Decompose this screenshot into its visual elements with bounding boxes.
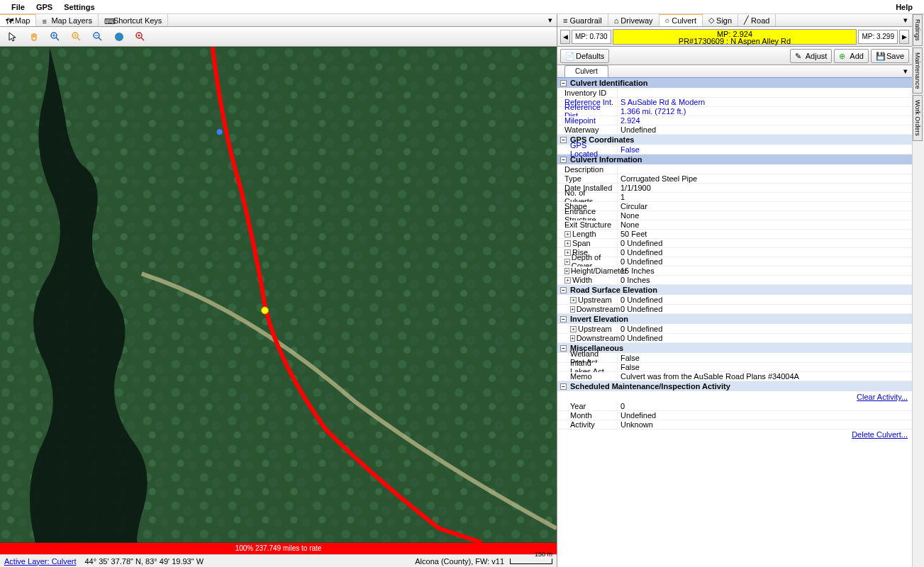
row-ref-dist[interactable]: Reference Dist.1.366 mi. (7212 ft.) — [557, 107, 912, 116]
row-length[interactable]: +Length50 Feet — [557, 230, 912, 239]
expand-icon[interactable]: + — [564, 240, 571, 247]
row-entrance[interactable]: Entrance StructureNone — [557, 211, 912, 220]
section-info[interactable]: −Culvert Information — [557, 155, 912, 165]
prop-value[interactable]: 2.924 — [618, 116, 912, 125]
prop-value[interactable]: Unknown — [618, 420, 912, 429]
section-inv[interactable]: −Invert Elevation — [557, 314, 912, 325]
defaults-button[interactable]: 📄Defaults — [560, 49, 609, 63]
prop-value[interactable]: 0 Undefined — [618, 296, 912, 304]
prop-value[interactable]: 0 Undefined — [618, 248, 912, 257]
row-inland[interactable]: Inland Lakes ActFalse — [557, 363, 912, 372]
prop-value[interactable]: S AuSable Rd & Modern — [618, 98, 912, 106]
row-memo[interactable]: MemoCulvert was from the AuSable Road Pl… — [557, 372, 912, 381]
expand-icon[interactable]: + — [570, 297, 577, 303]
mp-right[interactable]: MP: 3.299 — [858, 30, 898, 44]
prop-value[interactable] — [618, 165, 912, 174]
collapse-icon[interactable]: − — [560, 383, 567, 390]
zoom-selection-icon[interactable] — [132, 28, 149, 45]
mp-left[interactable]: MP: 0.730 — [572, 30, 611, 44]
menu-help[interactable]: Help — [890, 1, 918, 13]
prop-value[interactable]: Undefined — [618, 411, 912, 420]
prop-value[interactable]: 0 — [618, 402, 912, 410]
zoom-out-icon[interactable] — [89, 28, 106, 45]
collapse-icon[interactable]: − — [560, 345, 567, 352]
prop-value[interactable]: None — [618, 220, 912, 229]
menu-settings[interactable]: Settings — [58, 1, 100, 13]
prop-value[interactable]: 1.366 mi. (7212 ft.) — [618, 107, 912, 116]
tab-map[interactable]: 🗺Map — [0, 14, 36, 26]
prop-value[interactable]: 0 Undefined — [618, 325, 912, 333]
section-sched[interactable]: −Scheduled Maintenance/Inspection Activi… — [557, 381, 912, 392]
row-year[interactable]: Year0 — [557, 402, 912, 411]
row-milepoint[interactable]: Milepoint2.924 — [557, 116, 912, 125]
save-button[interactable]: 💾Save — [871, 49, 909, 63]
active-layer-link[interactable]: Active Layer: Culvert — [4, 557, 76, 566]
row-rse-down[interactable]: +Downstream0 Undefined — [557, 305, 912, 314]
prop-value[interactable]: 50 Feet — [618, 230, 912, 238]
pointer-icon[interactable] — [4, 28, 21, 45]
mp-center[interactable]: MP: 2.924 PR#1730609 : N Aspen Alley Rd — [613, 29, 857, 45]
expand-icon[interactable]: + — [564, 277, 571, 284]
tab-guardrail[interactable]: ≡Guardrail — [557, 14, 608, 26]
side-tab-work-orders[interactable]: Work Orders — [913, 95, 923, 141]
tab-driveway[interactable]: ⌂Driveway — [608, 14, 659, 26]
tab-road[interactable]: ╱Road — [738, 14, 776, 26]
collapse-icon[interactable]: − — [560, 287, 567, 293]
tab-sign[interactable]: ◇Sign — [703, 14, 738, 26]
prop-value[interactable]: False — [618, 145, 912, 154]
row-no-culverts[interactable]: No. of Culverts1 — [557, 193, 912, 202]
row-depth[interactable]: +Depth of Cover0 Undefined — [557, 257, 912, 266]
side-tab-ratings[interactable]: Ratings — [913, 14, 923, 46]
expand-icon[interactable]: + — [564, 259, 570, 265]
tabs-dropdown-icon[interactable]: ▾ — [544, 14, 557, 26]
pan-icon[interactable] — [26, 28, 43, 45]
row-height[interactable]: +Height/Diameter15 Inches — [557, 266, 912, 276]
zoom-in-fixed-icon[interactable] — [68, 28, 85, 45]
row-exit[interactable]: Exit StructureNone — [557, 220, 912, 230]
row-month[interactable]: MonthUndefined — [557, 411, 912, 420]
prop-value[interactable]: 15 Inches — [618, 266, 912, 275]
prop-value[interactable]: 1/1/1900 — [618, 184, 912, 192]
adjust-button[interactable]: ✎Adjust — [790, 49, 833, 63]
prop-value[interactable]: 0 Undefined — [618, 257, 912, 266]
expand-icon[interactable]: + — [570, 326, 577, 332]
tab-layers[interactable]: ≡Map Layers — [36, 14, 98, 26]
tab-culvert[interactable]: ○Culvert — [659, 14, 703, 26]
collapse-icon[interactable]: − — [560, 157, 567, 163]
side-tab-maintenance[interactable]: Maintenance — [913, 47, 923, 94]
tab-shortcuts[interactable]: ⌨Shortcut Keys — [99, 14, 168, 26]
delete-culvert-link[interactable]: Delete Culvert... — [852, 430, 908, 439]
expand-icon[interactable]: + — [564, 268, 569, 274]
row-width[interactable]: +Width0 Inches — [557, 276, 912, 285]
prop-value[interactable]: 0 Inches — [618, 276, 912, 284]
row-waterway[interactable]: WaterwayUndefined — [557, 125, 912, 135]
collapse-icon[interactable]: − — [560, 80, 567, 86]
section-ident[interactable]: −Culvert Identification — [557, 78, 912, 89]
row-gps-located[interactable]: GPS LocatedFalse — [557, 145, 912, 155]
prop-value[interactable]: Corrugated Steel Pipe — [618, 174, 912, 183]
subtab-culvert[interactable]: Culvert — [564, 65, 608, 77]
tabs-dropdown-icon[interactable]: ▾ — [899, 14, 912, 26]
row-activity[interactable]: ActivityUnknown — [557, 420, 912, 430]
expand-icon[interactable]: + — [570, 306, 575, 313]
add-button[interactable]: ⊕Add — [834, 49, 869, 63]
zoom-in-icon[interactable] — [47, 28, 64, 45]
prop-value[interactable]: 0 Undefined — [618, 305, 912, 313]
expand-icon[interactable]: + — [570, 335, 575, 342]
section-rse[interactable]: −Road Surface Elevation — [557, 285, 912, 296]
subtab-dropdown-icon[interactable]: ▾ — [899, 65, 912, 77]
prop-value[interactable] — [618, 89, 912, 97]
prop-value[interactable]: Circular — [618, 202, 912, 210]
zoom-extent-icon[interactable] — [111, 28, 128, 45]
menu-gps[interactable]: GPS — [30, 1, 58, 13]
prop-value[interactable]: None — [618, 211, 912, 220]
prop-value[interactable]: 0 Undefined — [618, 239, 912, 247]
prop-value[interactable]: Culvert was from the AuSable Road Plans … — [618, 372, 912, 381]
prop-value[interactable]: 0 Undefined — [618, 334, 912, 342]
prop-value[interactable]: Undefined — [618, 125, 912, 134]
row-span[interactable]: +Span0 Undefined — [557, 239, 912, 248]
prop-value[interactable]: False — [618, 363, 912, 371]
expand-icon[interactable]: + — [564, 249, 571, 256]
prop-value[interactable]: False — [618, 354, 912, 362]
row-inv-up[interactable]: +Upstream0 Undefined — [557, 325, 912, 334]
